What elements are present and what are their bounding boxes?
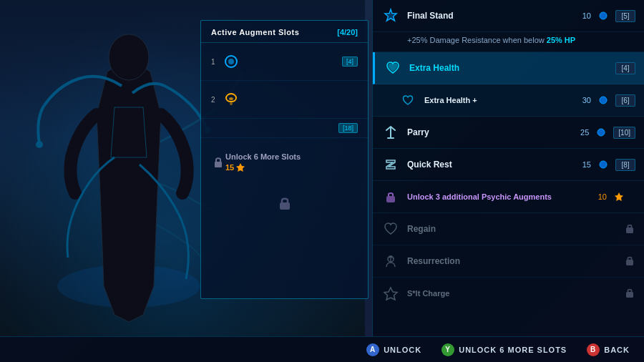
svg-marker-20 [384,288,397,300]
augment-list-panel: Final Stand 10 [5] +25% Damage Resistanc… [372,0,644,336]
action-unlock[interactable]: A UNLOCK [366,343,421,356]
b-button[interactable]: B [587,343,600,356]
final-stand-cost: 10 [582,11,591,20]
augment-item-parry[interactable]: Parry 25 [10] [373,117,644,149]
unlock-text: Unlock 6 More Slots 15 [225,152,301,172]
svg-point-12 [600,97,607,104]
svg-rect-15 [386,196,395,202]
augment-item-resurrection[interactable]: Resurrection [373,245,644,278]
extra-health-plus-badge: [6] [615,94,635,107]
parry-cost: 25 [580,128,589,137]
augment-item-extra-health[interactable]: Extra Health [4] [373,52,644,84]
svg-rect-8 [215,162,222,167]
salt-charge-icon [381,284,400,303]
extra-health-plus-name: Extra Health + [424,96,582,104]
augment-item-regain[interactable]: Regain [373,213,644,245]
extra-health-plus-coin-icon [594,91,613,109]
resurrection-name: Resurrection [407,256,624,266]
action-back[interactable]: B BACK [587,343,630,356]
svg-rect-19 [626,260,633,265]
unlock-section[interactable]: Unlock 6 More Slots 15 [201,142,368,182]
slot-1: 1 [4] [201,43,368,81]
svg-point-2 [109,34,149,80]
final-stand-coin-icon [594,6,613,25]
quick-rest-coin-icon [594,155,613,174]
slot-empty-badge: [18] [338,123,358,133]
lock-icon [211,155,225,170]
regain-icon [381,220,400,238]
augment-item-quick-rest[interactable]: Quick Rest 15 [8] [373,149,644,181]
extra-health-name: Extra Health [409,63,615,73]
bottom-lock-icon [277,195,293,211]
regain-name: Regain [407,224,624,234]
augment-slots-panel: Active Augment Slots [4/20] 1 [4] 2 [18] [200,20,369,299]
resurrection-lock-icon [624,255,635,268]
psychic-coin-icon [610,187,628,206]
panel-header: Active Augment Slots [4/20] [201,21,368,43]
psychic-unlock-name: Unlock 3 additional Psychic Augments [407,192,598,201]
parry-name: Parry [407,127,580,137]
final-stand-badge: [5] [615,10,635,22]
y-button[interactable]: Y [441,343,454,356]
quick-rest-icon [381,155,400,174]
back-label: BACK [604,346,630,354]
augment-item-salt-charge[interactable]: S*lt Charge [373,278,644,309]
svg-rect-17 [626,228,633,233]
quick-rest-name: Quick Rest [407,160,582,170]
slot-number-1: 1 [211,58,215,66]
panel-title: Active Augment Slots [211,28,299,36]
svg-marker-16 [615,192,623,201]
svg-point-11 [600,12,607,19]
unlock-cost: 15 [225,163,234,172]
extra-health-badge: [4] [615,62,635,74]
augment-item-final-stand[interactable]: Final Stand 10 [5] [373,0,644,32]
psychic-lock-icon [381,187,400,206]
augment-item-psychic-unlock[interactable]: Unlock 3 additional Psychic Augments 10 [373,181,644,213]
unlock-label: Unlock 6 More Slots [225,152,301,161]
bottom-lock [201,182,368,224]
slot-number-2: 2 [211,96,215,104]
svg-marker-9 [236,163,245,172]
salt-charge-lock-icon [624,287,635,300]
resurrection-icon [381,252,400,270]
unlock-action-label: UNLOCK [384,346,421,354]
panel-count: [4/20] [337,28,358,36]
final-stand-desc: +25% Damage Resistance when below 25% HP [373,32,644,52]
extra-health-icon [384,59,402,77]
extra-health-plus-icon [399,91,417,109]
slot-2-icon [221,89,241,109]
slot-2: 2 [201,81,368,119]
final-stand-name: Final Stand [407,11,582,21]
orange-coin-icon [235,162,245,172]
slot-empty: [18] [201,119,368,138]
svg-point-7 [230,102,233,105]
quick-rest-cost: 15 [582,160,591,169]
svg-point-3 [36,141,43,148]
regain-lock-icon [624,222,635,236]
slot-1-icon [221,52,241,72]
parry-badge: [10] [613,127,635,139]
extra-health-plus-cost: 30 [582,96,591,104]
parry-icon [381,123,400,142]
unlock-slots-label: UNLOCK 6 MORE SLOTS [459,346,567,354]
action-unlock-slots[interactable]: Y UNLOCK 6 MORE SLOTS [441,343,567,356]
parry-coin-icon [592,123,610,142]
quick-rest-badge: [8] [615,159,635,171]
svg-point-14 [600,161,607,168]
slot-1-badge: [4] [342,57,358,67]
psychic-unlock-cost: 10 [598,192,607,201]
salt-charge-name: S*lt Charge [407,289,624,298]
svg-point-13 [597,129,605,136]
final-stand-icon [381,6,400,25]
augment-item-extra-health-plus[interactable]: Extra Health + 30 [6] [373,84,644,117]
svg-rect-10 [280,202,290,210]
svg-point-6 [228,59,234,64]
svg-rect-21 [626,292,633,298]
a-button[interactable]: A [366,343,379,356]
bottom-bar: A UNLOCK Y UNLOCK 6 MORE SLOTS B BACK [0,336,644,362]
